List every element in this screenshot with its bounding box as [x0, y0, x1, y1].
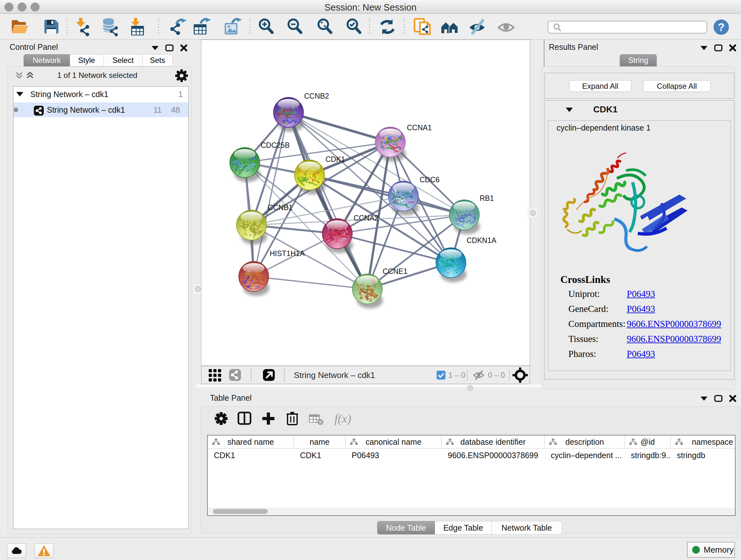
svg-text:f(x): f(x): [334, 412, 351, 426]
svg-text:CCNA2: CCNA2: [354, 214, 379, 222]
svg-text:CDC6: CDC6: [420, 176, 440, 184]
svg-text:CCNB1: CCNB1: [268, 203, 293, 212]
svg-text:HIST1H1A: HIST1H1A: [270, 249, 305, 258]
svg-text:CCNE1: CCNE1: [383, 267, 408, 275]
svg-text:String Network – cdk1: String Network – cdk1: [294, 370, 375, 380]
svg-text:CDKN1A: CDKN1A: [467, 236, 496, 245]
svg-text:?: ?: [718, 21, 724, 33]
svg-text:CCNB2: CCNB2: [304, 92, 329, 100]
svg-text:CCNA1: CCNA1: [407, 124, 432, 132]
svg-text:RB1: RB1: [480, 194, 494, 202]
svg-text:1 – 0: 1 – 0: [448, 371, 465, 379]
svg-text:CDK1: CDK1: [326, 155, 345, 164]
svg-text:0 – 0: 0 – 0: [488, 371, 505, 379]
svg-text:CDC25B: CDC25B: [261, 141, 290, 149]
